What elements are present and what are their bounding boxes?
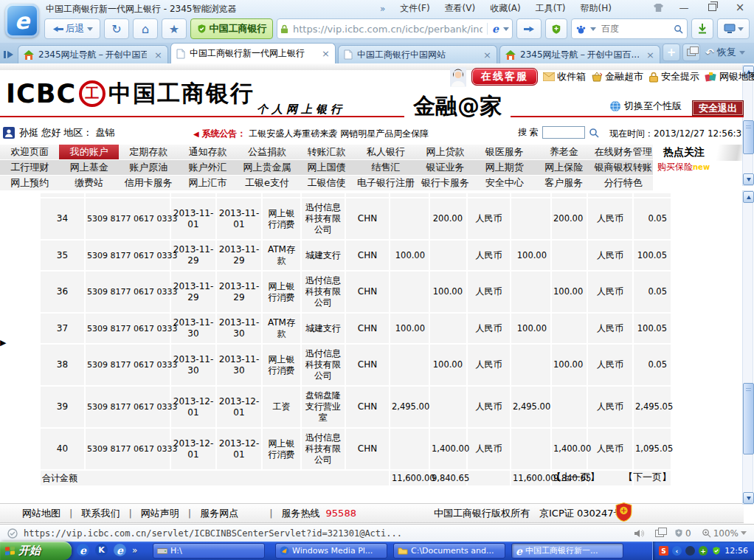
next-page-link[interactable]: 【下一页】 [623,471,671,483]
quick-launch-more-icon[interactable]: » [132,545,137,556]
menu-item[interactable]: 帮助(H) [580,2,611,15]
nav-item[interactable]: 安全中心 [475,176,534,190]
tab-list-icon[interactable] [3,50,15,59]
nav-item[interactable]: 网上贷款 [415,145,474,159]
nav-item[interactable]: 银证业务 [415,160,474,175]
mute-speaker-icon[interactable] [634,529,645,538]
tab-close-icon[interactable]: × [154,49,162,61]
scrollbar-thumb[interactable] [743,120,754,154]
browser-search-input[interactable] [600,23,670,35]
menu-item[interactable]: 查看(V) [445,2,476,15]
menu-item[interactable]: 文件(F) [400,2,429,15]
start-button[interactable]: 开始 [0,542,72,560]
nav-item[interactable]: 通知存款 [178,145,237,159]
browser-tab[interactable]: 中国工商银行中国网站× [338,45,497,63]
tab-close-icon[interactable]: × [322,48,330,59]
download-button[interactable] [691,18,713,39]
skin-icon[interactable] [653,3,664,13]
system-announcement[interactable]: ◀ 系统公告： 工银安盛人寿重磅来袭 网销明星产品周全保障 [193,128,429,140]
content-frame-scrollbar[interactable] [742,190,753,505]
screenshot-button[interactable] [717,18,750,39]
address-dropdown-icon[interactable] [503,27,509,31]
site-search-magnifier-icon[interactable] [589,128,599,138]
forward-button[interactable] [516,18,542,39]
sidebar-handle-icon[interactable]: ▶ [0,338,6,348]
nav-item[interactable]: 工银e支付 [238,176,297,190]
nav-item[interactable]: 定期存款 [119,145,178,159]
nav-item[interactable]: 公益捐款 [238,145,297,159]
tray-plus-icon[interactable]: + [699,546,708,556]
ad-block-counter[interactable]: 0 [674,528,691,539]
task-button[interactable]: C:\Documents and... [393,543,505,559]
nav-item[interactable]: 网上汇市 [178,176,237,190]
ie-quick-icon[interactable]: e [114,544,126,556]
nav-item[interactable]: 在线财务管理 [594,145,653,159]
scroll-down-button[interactable] [743,492,754,504]
footer-link[interactable]: 联系我们 [81,507,120,520]
nav-item[interactable]: 网上贵金属 [238,160,297,175]
nav-item[interactable]: 网上预约 [0,176,59,190]
nav-item[interactable]: 账户外汇 [178,160,237,175]
inbox-link[interactable]: 收件箱 [543,70,586,83]
nav-item[interactable]: 我的账户 [59,145,118,159]
nav-item[interactable]: 工行理财 [0,160,59,175]
footer-link[interactable]: 服务网点 [200,507,238,520]
new-tab-button[interactable]: + [663,44,680,61]
nav-item[interactable]: 网上保险 [534,160,593,175]
scrollbar-thumb[interactable] [743,383,754,454]
sogou-tray-icon[interactable]: S [659,546,668,556]
nav-item[interactable]: 网上基金 [59,160,118,175]
nav-item[interactable]: 养老金 [534,145,593,159]
task-button[interactable]: e中国工商银行新一... [511,543,623,559]
site-search-input[interactable] [542,126,585,139]
menu-overflow-icon[interactable]: » [380,4,385,14]
safe-logout-button[interactable]: 安全退出 [692,100,744,116]
nav-item[interactable]: 网上期货 [475,160,534,175]
nav-item[interactable]: 欢迎页面 [0,145,59,159]
security-tips-link[interactable]: 安全提示 [648,70,699,83]
prev-page-link[interactable]: 【上一页】 [552,471,600,483]
tab-close-icon[interactable]: × [646,49,654,61]
nav-item[interactable]: 结售汇 [356,160,415,175]
security-shield-button[interactable] [545,18,567,39]
menu-item[interactable]: 收藏(A) [490,2,521,15]
bank-map-link[interactable]: 网银地图 [705,70,754,83]
icp-badge-icon[interactable] [615,502,633,522]
nav-item[interactable]: 电子银行注册 [356,176,415,190]
tray-app-icon[interactable] [685,546,695,556]
site-identity-badge[interactable]: 中国工商银行 [190,18,273,39]
nav-item[interactable]: 信用卡服务 [119,176,178,190]
home-button[interactable]: ⌂ [133,18,158,39]
finance-market-link[interactable]: 金融超市 [591,70,643,83]
nav-item[interactable]: 私人银行 [356,145,415,159]
nav-item[interactable]: 网上国债 [297,160,356,175]
minimize-button[interactable]: — [676,2,692,13]
buy-insurance-link[interactable]: 购买保险new [653,161,744,173]
tile-tabs-button[interactable] [682,44,700,61]
restore-window-button[interactable] [704,2,720,13]
nav-item[interactable]: 客户服务 [534,176,593,190]
back-button[interactable]: 后退 [44,18,100,39]
nav-item[interactable]: 银行卡服务 [415,176,474,190]
browser-quick-icon[interactable]: e [77,544,89,556]
k-app-quick-icon[interactable]: K [95,544,108,556]
refresh-button[interactable]: ↻ [104,18,129,39]
tray-shield-icon[interactable] [711,546,721,556]
menu-item[interactable]: 工具(T) [536,2,566,15]
address-bar[interactable]: https://vip.icbc.com.cn/icbc/perbank/ind… [277,18,513,39]
browser-tab[interactable]: 中国工商银行新一代网上银行× [170,43,336,63]
browser-tab[interactable]: 2345网址导航－开创中国百...× [18,45,168,63]
nav-item[interactable]: 账户原油 [119,160,178,175]
task-button[interactable]: H:\ [153,543,265,559]
ie-compat-icon[interactable]: e [492,23,499,35]
scroll-down-button[interactable] [743,173,754,185]
browser-search-box[interactable] [571,18,688,39]
browser-tab[interactable]: 2345网址导航－开创中国百...× [499,45,660,63]
tray-arrow-icon[interactable]: ‹ [672,546,682,556]
zoom-control[interactable]: 100% [702,528,747,539]
footer-link[interactable]: 网站声明 [141,507,179,520]
tab-close-icon[interactable]: × [483,49,491,61]
nav-item[interactable]: 银商银权转账 [594,160,653,175]
nav-item[interactable]: 缴费站 [59,176,118,190]
task-button[interactable]: Windows Media Pl... [275,543,387,559]
